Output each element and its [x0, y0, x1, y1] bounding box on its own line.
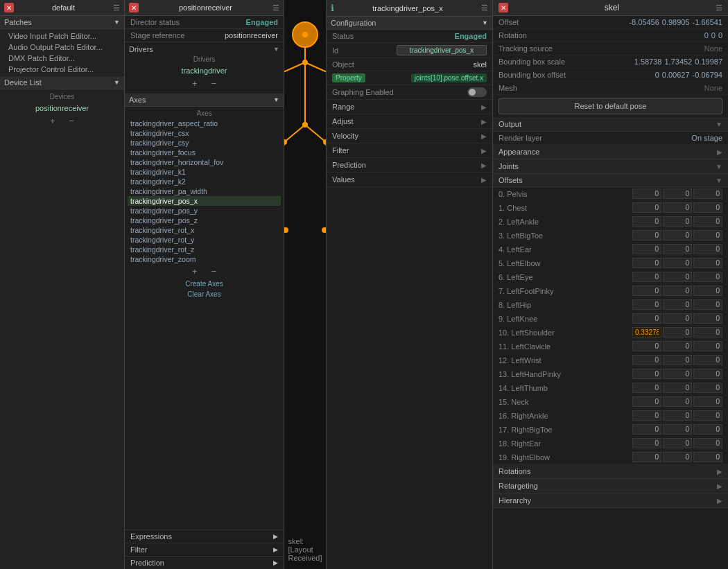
joint-val-4-0[interactable] — [632, 244, 661, 254]
joint-val-18-1[interactable] — [663, 438, 692, 448]
patch-audio-output[interactable]: Audio Output Patch Editor... — [3, 42, 121, 53]
joint-val-14-0[interactable] — [632, 383, 661, 393]
joint-val-12-0[interactable] — [632, 355, 661, 365]
joint-val-16-2[interactable] — [693, 410, 722, 421]
joint-val-11-2[interactable] — [693, 341, 722, 351]
joint-val-5-0[interactable] — [632, 258, 661, 268]
patch-video-input[interactable]: Video Input Patch Editor... — [3, 30, 121, 42]
joint-val-3-2[interactable] — [693, 230, 722, 240]
joint-val-12-2[interactable] — [693, 355, 722, 365]
device-positionreceiver[interactable]: positionreceiver — [3, 103, 121, 114]
output-header[interactable]: Output ▼ — [493, 117, 728, 132]
expressions-row[interactable]: Expressions ▶ — [125, 529, 284, 543]
joint-val-6-1[interactable] — [663, 272, 692, 282]
joint-val-18-2[interactable] — [693, 438, 722, 448]
joint-val-2-1[interactable] — [663, 216, 692, 227]
joint-val-9-2[interactable] — [693, 313, 722, 324]
joint-val-15-0[interactable] — [632, 396, 661, 407]
axis-10[interactable]: trackingdriver_pos_z — [128, 216, 281, 225]
filter-section[interactable]: Filter ▶ — [327, 143, 492, 158]
reset-pose-btn[interactable]: Reset to default pose — [499, 98, 722, 114]
joint-val-10-2[interactable] — [693, 327, 722, 338]
axis-12[interactable]: trackingdriver_rot_y — [128, 235, 281, 245]
joint-val-11-0[interactable] — [632, 341, 661, 351]
axis-7[interactable]: trackingdriver_pa_width — [128, 186, 281, 196]
axis-9[interactable]: trackingdriver_pos_y — [128, 206, 281, 216]
axes-section-header[interactable]: Axes ▼ — [125, 94, 284, 107]
joint-val-17-0[interactable] — [632, 424, 661, 435]
joint-val-19-2[interactable] — [693, 452, 722, 462]
values-section[interactable]: Values ▶ — [327, 173, 492, 187]
axis-5[interactable]: trackingdriver_k1 — [128, 167, 281, 177]
joint-val-4-1[interactable] — [663, 244, 692, 254]
joint-val-12-1[interactable] — [663, 355, 692, 365]
filter-row[interactable]: Filter ▶ — [125, 543, 284, 556]
joint-val-3-1[interactable] — [663, 230, 692, 240]
joint-val-19-1[interactable] — [663, 452, 692, 462]
joint-val-15-2[interactable] — [693, 396, 722, 407]
axis-3[interactable]: trackingdriver_focus — [128, 148, 281, 157]
joint-val-0-0[interactable] — [632, 189, 661, 199]
prediction-section[interactable]: Prediction ▶ — [327, 158, 492, 173]
axis-8[interactable]: trackingdriver_pos_x — [128, 196, 281, 206]
joint-val-13-2[interactable] — [693, 369, 722, 379]
axis-1[interactable]: trackingdriver_csx — [128, 128, 281, 138]
joint-val-13-1[interactable] — [663, 369, 692, 379]
pos-panel-close[interactable]: ✕ — [129, 3, 139, 12]
joint-val-10-0[interactable] — [632, 327, 661, 338]
left-panel-close[interactable]: ✕ — [4, 3, 14, 12]
graphing-toggle[interactable] — [467, 87, 487, 97]
patch-projector[interactable]: Projector Control Editor... — [3, 64, 121, 75]
joint-val-6-2[interactable] — [693, 272, 722, 282]
skel-menu-icon[interactable]: ☰ — [716, 3, 722, 12]
device-remove-btn[interactable]: − — [69, 116, 75, 126]
adjust-section[interactable]: Adjust ▶ — [327, 114, 492, 129]
config-id-input[interactable] — [397, 45, 487, 55]
skel-close-btn[interactable]: ✕ — [499, 3, 508, 12]
joint-val-9-0[interactable] — [632, 313, 661, 324]
axes-add-btn[interactable]: + — [192, 266, 198, 277]
joint-val-13-0[interactable] — [632, 369, 661, 379]
axis-4[interactable]: trackingdriver_horizontal_fov — [128, 157, 281, 167]
joint-val-7-1[interactable] — [663, 286, 692, 296]
joint-val-18-0[interactable] — [632, 438, 661, 448]
axis-0[interactable]: trackingdriver_aspect_ratio — [128, 119, 281, 128]
joint-val-8-1[interactable] — [663, 299, 692, 310]
joint-val-1-2[interactable] — [693, 202, 722, 213]
joint-val-5-1[interactable] — [663, 258, 692, 268]
hierarchy-header[interactable]: Hierarchy ▶ — [493, 493, 728, 508]
joint-val-0-2[interactable] — [693, 189, 722, 199]
joint-val-7-0[interactable] — [632, 286, 661, 296]
joint-val-6-0[interactable] — [632, 272, 661, 282]
joint-val-19-0[interactable] — [632, 452, 661, 462]
driver-remove-btn[interactable]: − — [211, 78, 217, 89]
retargeting-header[interactable]: Retargeting ▶ — [493, 479, 728, 493]
joint-val-10-1[interactable] — [663, 327, 692, 338]
joint-val-15-1[interactable] — [663, 396, 692, 407]
axis-13[interactable]: trackingdriver_rot_z — [128, 245, 281, 254]
axis-11[interactable]: trackingdriver_rot_x — [128, 225, 281, 235]
device-add-btn[interactable]: + — [50, 116, 55, 126]
configuration-section-header[interactable]: Configuration ▼ — [327, 17, 492, 30]
joint-val-0-1[interactable] — [663, 189, 692, 199]
clear-axes-btn[interactable]: Clear Axes — [128, 289, 281, 299]
offsets-header[interactable]: Offsets ▼ — [493, 174, 728, 187]
velocity-section[interactable]: Velocity ▶ — [327, 129, 492, 143]
config-menu-icon[interactable]: ☰ — [481, 3, 488, 12]
range-section[interactable]: Range ▶ — [327, 100, 492, 114]
joint-val-16-1[interactable] — [663, 410, 692, 421]
joints-header[interactable]: Joints ▼ — [493, 159, 728, 174]
joint-val-2-0[interactable] — [632, 216, 661, 227]
appearance-header[interactable]: Appearance ▶ — [493, 145, 728, 159]
joint-val-1-1[interactable] — [663, 202, 692, 213]
joint-val-11-1[interactable] — [663, 341, 692, 351]
joint-val-14-1[interactable] — [663, 383, 692, 393]
joint-val-5-2[interactable] — [693, 258, 722, 268]
pos-panel-menu-icon[interactable]: ☰ — [272, 3, 279, 12]
joint-val-17-2[interactable] — [693, 424, 722, 435]
joint-val-14-2[interactable] — [693, 383, 722, 393]
left-panel-menu-icon[interactable]: ☰ — [113, 3, 120, 12]
patches-section-header[interactable]: Patches ▼ — [0, 16, 124, 29]
joint-val-8-2[interactable] — [693, 299, 722, 310]
joint-val-9-1[interactable] — [663, 313, 692, 324]
